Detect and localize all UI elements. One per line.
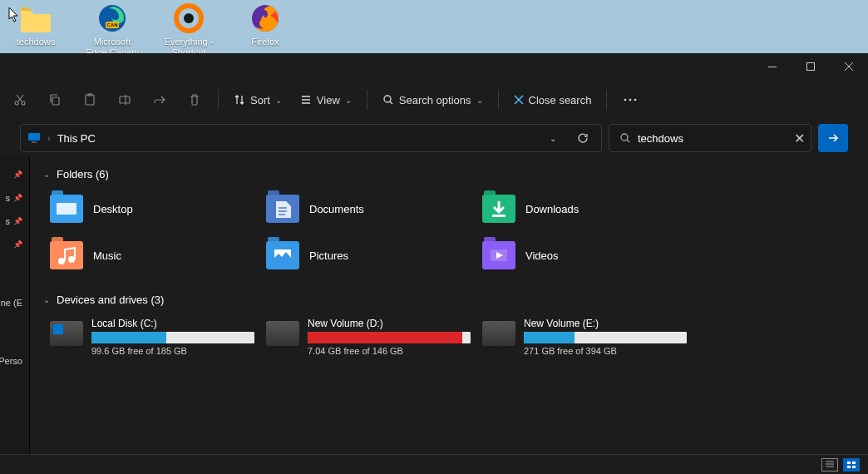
svg-point-17 [634,99,637,101]
drive-label: New Volume (D:) [308,318,471,329]
folder-downloads[interactable]: .folder-ico[style*='#1fb87f']::before{ba… [481,190,688,227]
svg-rect-27 [847,462,851,464]
svg-rect-30 [852,466,856,468]
chevron-down-icon: ⌄ [43,170,50,179]
delete-button[interactable] [178,85,211,115]
drive-label: Local Disk (C:) [91,318,254,329]
pin-icon: 📌 [13,194,22,202]
refresh-button[interactable] [571,126,594,150]
folder-icon [19,2,52,35]
breadcrumb-separator: › [47,133,51,143]
folder-videos[interactable]: .folder-ico[style*='#8b5cf6']::before{ba… [481,237,688,274]
address-bar[interactable]: › This PC ⌄ [20,124,602,152]
search-go-button[interactable] [818,124,848,152]
folders-group-title: Folders (6) [57,168,109,180]
drives-group-header[interactable]: ⌄ Devices and drives (3) [40,289,858,311]
drive-free-text: 7.04 GB free of 146 GB [308,346,471,356]
nav-item[interactable] [0,268,29,291]
nav-item[interactable]: s📌 [0,210,29,233]
svg-rect-7 [807,63,815,71]
folder-icon: .folder-ico[style*='#ff8c5a']::before{ba… [50,241,83,269]
svg-rect-19 [32,141,37,143]
folder-desktop[interactable]: .folder-ico[style*='#39a0ed']::before{ba… [48,190,256,227]
folder-pictures[interactable]: .folder-ico[style*='#3798e8']::before{ba… [264,237,472,274]
svg-point-8 [15,101,18,105]
close-search-label: Close search [529,94,592,106]
desktop-icon-label: Firefox [251,37,279,47]
more-button[interactable] [614,85,647,115]
desktop-icon-everything---shortcut[interactable]: Everything - Shortcut [160,2,218,58]
drive-new-volume-e-[interactable]: New Volume (E:)271 GB free of 394 GB [481,316,688,358]
desktop-icon-firefox[interactable]: Firefox [236,2,294,58]
drive-free-text: 271 GB free of 394 GB [524,346,687,356]
clear-search-button[interactable]: ✕ [787,131,811,146]
folders-group-header[interactable]: ⌄ Folders (6) [40,163,858,185]
search-input[interactable] [638,132,781,145]
drive-free-text: 99.6 GB free of 185 GB [91,346,254,356]
copy-button[interactable] [38,85,72,115]
sort-label: Sort [250,94,270,106]
drive-icon [50,321,83,346]
firefox-icon [249,2,282,35]
close-button[interactable] [830,53,868,80]
share-button[interactable] [143,85,176,115]
desktop-icon-techdows[interactable]: techdows [7,2,65,58]
nav-item[interactable]: s📌 [0,186,29,210]
pin-icon: 📌 [13,240,22,249]
chevron-down-icon: ⌄ [43,295,50,304]
drive-local-disk-c-[interactable]: Local Disk (C:)99.6 GB free of 185 GB [48,316,256,358]
this-pc-icon [27,131,41,145]
drive-usage-bar [308,332,471,343]
folder-label: Videos [525,249,559,262]
search-bar[interactable]: ✕ [609,124,811,152]
titlebar [0,53,868,80]
svg-rect-29 [847,466,851,468]
svg-rect-28 [852,462,856,464]
nav-item[interactable]: 📌 [0,163,29,186]
drive-new-volume-d-[interactable]: New Volume (D:)7.04 GB free of 146 GB [264,316,472,358]
folder-label: Music [93,249,121,262]
nav-item[interactable] [0,326,29,349]
maximize-button[interactable] [792,53,830,80]
edge-icon: CAN [96,2,129,35]
pin-icon: 📌 [13,217,22,225]
search-options-dropdown[interactable]: Search options⌄ [374,85,491,115]
nav-item[interactable]: Perso [0,349,29,373]
paste-button[interactable] [73,85,106,115]
nav-item[interactable]: 📌 [0,233,29,256]
svg-rect-18 [28,133,40,141]
svg-rect-21 [57,203,76,215]
sort-dropdown[interactable]: Sort⌄ [225,85,290,115]
minimize-button[interactable] [753,53,792,80]
folder-music[interactable]: .folder-ico[style*='#ff8c5a']::before{ba… [48,237,256,274]
drive-usage-bar [91,332,254,343]
desktop-icon-microsoft-edge-canary[interactable]: CANMicrosoft Edge Canary [83,2,141,58]
content-area: ⌄ Folders (6) .folder-ico[style*='#39a0e… [30,156,868,454]
close-search-button[interactable]: Close search [506,85,600,115]
view-label: View [317,94,340,106]
address-dropdown-button[interactable]: ⌄ [541,126,565,150]
folder-icon: .folder-ico[style*='#4a7bc8']::before{ba… [266,195,299,223]
folder-documents[interactable]: .folder-ico[style*='#4a7bc8']::before{ba… [264,190,472,227]
svg-point-16 [629,99,632,101]
svg-text:CAN: CAN [107,22,118,27]
drives-group-title: Devices and drives (3) [57,294,164,306]
breadcrumb[interactable]: This PC [57,132,96,145]
svg-point-23 [58,258,65,264]
file-explorer-window: Sort⌄ View⌄ Search options⌄ Close search… [0,53,868,474]
svg-rect-10 [52,97,59,105]
svg-point-9 [22,101,25,105]
folder-label: Downloads [525,203,579,215]
nav-item[interactable]: ne (E [0,291,29,314]
rename-button[interactable] [108,85,141,115]
folder-icon: .folder-ico[style*='#3798e8']::before{ba… [266,241,299,269]
pin-icon: 📌 [13,170,22,179]
toolbar: Sort⌄ View⌄ Search options⌄ Close search [0,80,868,120]
folder-icon: .folder-ico[style*='#1fb87f']::before{ba… [482,195,515,223]
view-dropdown[interactable]: View⌄ [292,85,360,115]
tiles-view-button[interactable] [843,458,860,472]
details-view-button[interactable] [821,458,838,472]
folder-label: Desktop [93,203,133,215]
svg-point-14 [384,96,391,102]
cut-button[interactable] [3,85,37,115]
